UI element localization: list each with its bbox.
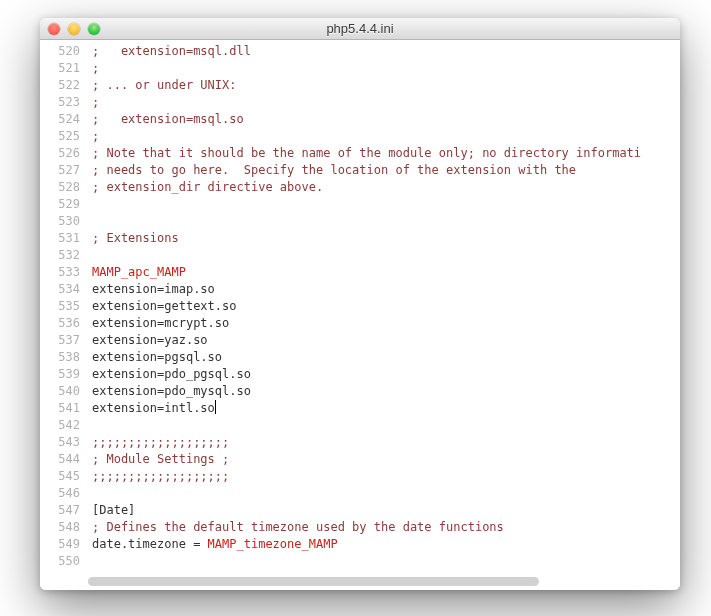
- line-number: 545: [40, 468, 80, 485]
- code-line[interactable]: ; extension=msql.so: [92, 111, 680, 128]
- code-span: ; needs to go here. Specify the location…: [92, 163, 576, 177]
- line-number: 540: [40, 383, 80, 400]
- line-number: 535: [40, 298, 80, 315]
- titlebar[interactable]: php5.4.4.ini: [40, 18, 680, 40]
- line-number: 543: [40, 434, 80, 451]
- code-line[interactable]: ; Extensions: [92, 230, 680, 247]
- line-number: 537: [40, 332, 80, 349]
- code-span: extension=mcrypt.so: [92, 316, 229, 330]
- text-cursor: [215, 400, 216, 414]
- line-number: 541: [40, 400, 80, 417]
- code-line[interactable]: [Date]: [92, 502, 680, 519]
- code-line[interactable]: extension=pdo_mysql.so: [92, 383, 680, 400]
- code-line[interactable]: [92, 553, 680, 570]
- line-number: 527: [40, 162, 80, 179]
- code-line[interactable]: ;;;;;;;;;;;;;;;;;;;: [92, 434, 680, 451]
- code-line[interactable]: extension=intl.so: [92, 400, 680, 417]
- code-line[interactable]: ; extension=msql.dll: [92, 43, 680, 60]
- code-span: MAMP_apc_MAMP: [92, 265, 186, 279]
- code-span: ;: [92, 61, 99, 75]
- code-span: ; extension_dir directive above.: [92, 180, 323, 194]
- line-number: 532: [40, 247, 80, 264]
- line-number: 539: [40, 366, 80, 383]
- code-area[interactable]: ; extension=msql.dll;; ... or under UNIX…: [86, 40, 680, 590]
- line-number: 549: [40, 536, 80, 553]
- line-number: 531: [40, 230, 80, 247]
- code-line[interactable]: ; needs to go here. Specify the location…: [92, 162, 680, 179]
- code-span: [Date]: [92, 503, 135, 517]
- line-number: 523: [40, 94, 80, 111]
- line-number: 547: [40, 502, 80, 519]
- line-number: 524: [40, 111, 80, 128]
- line-number: 534: [40, 281, 80, 298]
- line-number: 528: [40, 179, 80, 196]
- code-line[interactable]: [92, 247, 680, 264]
- code-span: ; ... or under UNIX:: [92, 78, 237, 92]
- line-number: 521: [40, 60, 80, 77]
- code-line[interactable]: [92, 213, 680, 230]
- traffic-lights: [48, 23, 100, 35]
- code-line[interactable]: ; extension_dir directive above.: [92, 179, 680, 196]
- line-number: 536: [40, 315, 80, 332]
- line-number: 525: [40, 128, 80, 145]
- code-line[interactable]: ; Note that it should be the name of the…: [92, 145, 680, 162]
- line-number: 522: [40, 77, 80, 94]
- horizontal-scrollbar-thumb[interactable]: [88, 577, 539, 586]
- code-span: MAMP_timezone_MAMP: [208, 537, 338, 551]
- minimize-icon[interactable]: [68, 23, 80, 35]
- code-span: ; Note that it should be the name of the…: [92, 146, 641, 160]
- window-title: php5.4.4.ini: [40, 21, 680, 36]
- code-span: extension=pdo_pgsql.so: [92, 367, 251, 381]
- line-number: 550: [40, 553, 80, 570]
- code-span: ; Defines the default timezone used by t…: [92, 520, 504, 534]
- code-line[interactable]: extension=mcrypt.so: [92, 315, 680, 332]
- line-number: 542: [40, 417, 80, 434]
- code-span: extension=gettext.so: [92, 299, 237, 313]
- code-line[interactable]: ;;;;;;;;;;;;;;;;;;;: [92, 468, 680, 485]
- code-span: extension=imap.so: [92, 282, 215, 296]
- code-span: extension=intl.so: [92, 401, 215, 415]
- line-number: 544: [40, 451, 80, 468]
- code-span: ;;;;;;;;;;;;;;;;;;;: [92, 469, 229, 483]
- code-span: ; extension=msql.dll: [92, 44, 251, 58]
- close-icon[interactable]: [48, 23, 60, 35]
- code-line[interactable]: extension=pdo_pgsql.so: [92, 366, 680, 383]
- code-line[interactable]: extension=pgsql.so: [92, 349, 680, 366]
- code-line[interactable]: extension=imap.so: [92, 281, 680, 298]
- line-number: 533: [40, 264, 80, 281]
- code-line[interactable]: ; Defines the default timezone used by t…: [92, 519, 680, 536]
- line-number-gutter: 5205215225235245255265275285295305315325…: [40, 40, 86, 590]
- code-span: extension=yaz.so: [92, 333, 208, 347]
- line-number: 538: [40, 349, 80, 366]
- line-number: 530: [40, 213, 80, 230]
- line-number: 546: [40, 485, 80, 502]
- code-line[interactable]: [92, 196, 680, 213]
- code-line[interactable]: extension=gettext.so: [92, 298, 680, 315]
- code-line[interactable]: date.timezone = MAMP_timezone_MAMP: [92, 536, 680, 553]
- code-line[interactable]: ;: [92, 128, 680, 145]
- code-span: ;: [92, 129, 99, 143]
- editor-area: 5205215225235245255265275285295305315325…: [40, 40, 680, 590]
- code-line[interactable]: ;: [92, 94, 680, 111]
- code-line[interactable]: extension=yaz.so: [92, 332, 680, 349]
- code-span: ; Module Settings ;: [92, 452, 229, 466]
- code-span: ;: [92, 95, 99, 109]
- code-span: ; Extensions: [92, 231, 179, 245]
- line-number: 529: [40, 196, 80, 213]
- zoom-icon[interactable]: [88, 23, 100, 35]
- code-span: ; extension=msql.so: [92, 112, 244, 126]
- code-span: extension=pgsql.so: [92, 350, 222, 364]
- code-span: ;;;;;;;;;;;;;;;;;;;: [92, 435, 229, 449]
- code-line[interactable]: MAMP_apc_MAMP: [92, 264, 680, 281]
- line-number: 526: [40, 145, 80, 162]
- editor-window: php5.4.4.ini 520521522523524525526527528…: [40, 18, 680, 590]
- line-number: 548: [40, 519, 80, 536]
- code-line[interactable]: ; Module Settings ;: [92, 451, 680, 468]
- horizontal-scrollbar[interactable]: [88, 577, 666, 586]
- code-line[interactable]: [92, 485, 680, 502]
- code-line[interactable]: [92, 417, 680, 434]
- line-number: 520: [40, 43, 80, 60]
- code-span: date.timezone =: [92, 537, 208, 551]
- code-line[interactable]: ; ... or under UNIX:: [92, 77, 680, 94]
- code-line[interactable]: ;: [92, 60, 680, 77]
